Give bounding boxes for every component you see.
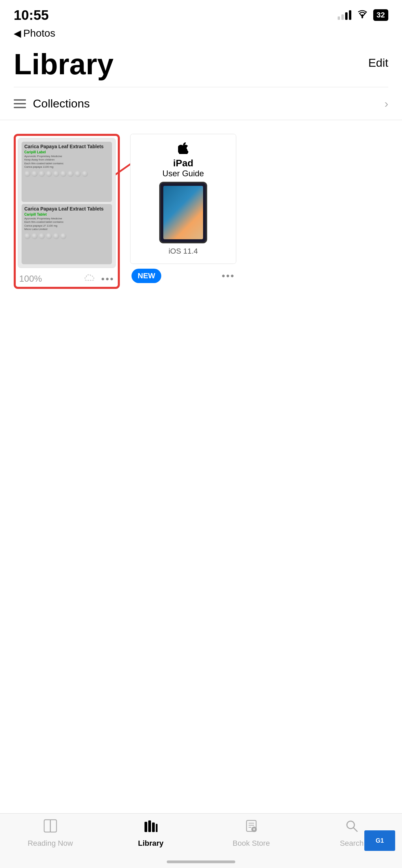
pill-cover-image: Carica Papaya Leaf Extract Tablets Carip… — [18, 138, 115, 268]
book-store-icon — [244, 819, 259, 836]
back-label: Photos — [23, 27, 55, 39]
back-arrow-icon: ◀ — [14, 28, 21, 39]
more-options-icon-caripill[interactable]: ••• — [101, 273, 114, 284]
book-card-caripill[interactable]: Carica Papaya Leaf Extract Tablets Carip… — [14, 134, 120, 289]
status-icons: 32 — [338, 9, 388, 21]
tab-library-label: Library — [138, 839, 164, 848]
ipad-device-image — [159, 182, 207, 243]
tab-bar: Reading Now Library Book Store — [0, 813, 402, 868]
library-icon — [143, 819, 158, 836]
book-cover-caripill: Carica Papaya Leaf Extract Tablets Carip… — [18, 138, 116, 268]
hamburger-icon — [14, 99, 26, 108]
svg-rect-5 — [152, 822, 155, 832]
svg-point-0 — [361, 16, 363, 18]
tab-search-label: Search — [340, 839, 364, 848]
status-time: 10:55 — [14, 8, 49, 23]
home-indicator — [167, 860, 235, 863]
chevron-right-icon: › — [385, 97, 388, 110]
watermark: G1 — [364, 830, 395, 851]
ipad-version-label: iOS 11.4 — [168, 247, 198, 256]
page-header: Library Edit — [0, 42, 402, 79]
svg-rect-9 — [254, 829, 254, 830]
search-icon — [345, 819, 359, 836]
collections-left: Collections — [14, 97, 90, 110]
books-grid: Carica Papaya Leaf Extract Tablets Carip… — [0, 120, 402, 303]
battery-indicator: 32 — [373, 9, 388, 21]
tab-reading-now-label: Reading Now — [28, 839, 73, 848]
book-cover-ipad: iPad User Guide iOS 11.4 — [130, 134, 236, 264]
book-meta-ipad: NEW ••• — [130, 269, 236, 283]
svg-line-11 — [353, 828, 357, 831]
book-card-ipad-guide[interactable]: iPad User Guide iOS 11.4 NEW ••• — [130, 134, 236, 289]
more-options-icon-ipad[interactable]: ••• — [222, 270, 235, 281]
book-progress-caripill: 100% — [19, 273, 42, 284]
cloud-icon — [84, 273, 96, 285]
svg-rect-6 — [156, 824, 158, 832]
ipad-guide-subtitle: User Guide — [162, 169, 204, 178]
apple-logo-icon — [178, 142, 188, 156]
svg-rect-3 — [145, 822, 147, 832]
reading-now-icon — [43, 819, 58, 836]
status-bar: 10:55 32 — [0, 0, 402, 27]
svg-rect-4 — [148, 820, 151, 832]
tab-book-store[interactable]: Book Store — [201, 819, 302, 848]
tab-reading-now[interactable]: Reading Now — [0, 819, 101, 848]
tab-library[interactable]: Library — [101, 819, 201, 848]
signal-icon — [338, 10, 351, 20]
tab-book-store-label: Book Store — [233, 839, 270, 848]
collections-label: Collections — [33, 97, 90, 110]
ipad-guide-title: iPad — [173, 158, 193, 169]
back-navigation[interactable]: ◀ Photos — [0, 27, 402, 42]
page-title: Library — [14, 49, 114, 79]
wifi-icon — [356, 9, 368, 21]
edit-button[interactable]: Edit — [368, 49, 388, 69]
new-badge: NEW — [131, 269, 161, 283]
book-meta-caripill: 100% ••• — [18, 273, 116, 285]
collections-row[interactable]: Collections › — [0, 87, 402, 120]
